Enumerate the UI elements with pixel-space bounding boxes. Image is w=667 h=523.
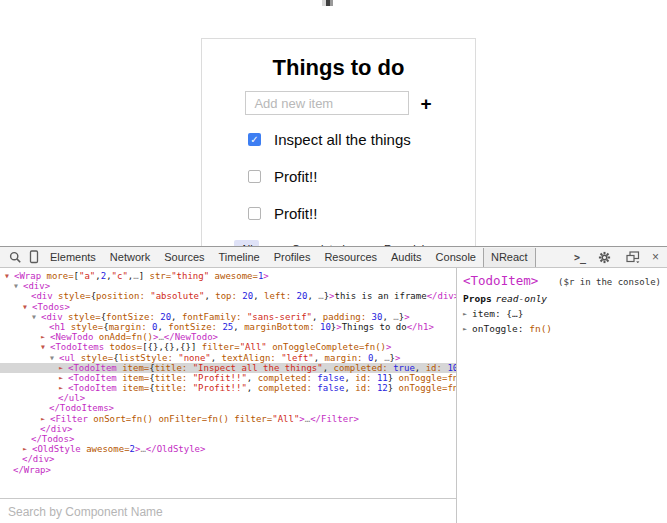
code-segment: </Wrap> [13, 465, 51, 475]
code-segment: [{},{},{}] [142, 342, 196, 352]
code-segment: , [247, 373, 258, 383]
code-segment: , [157, 322, 168, 332]
collapse-arrow-icon[interactable]: ▼ [22, 302, 32, 312]
tree-row[interactable]: ►<NewTodo onAdd=fn()>…</NewTodo> [0, 332, 456, 342]
code-segment: </div> [40, 424, 73, 434]
undock-icon[interactable] [626, 251, 640, 263]
expand-arrow-icon[interactable]: ► [58, 363, 68, 373]
prop-row-item[interactable]: ►item: {…} [463, 308, 661, 319]
tree-row[interactable]: </div> [0, 454, 456, 464]
tree-row[interactable]: ►<Filter onSort=fn() onFilter=fn() filte… [0, 414, 456, 424]
settings-gear-icon[interactable] [598, 251, 611, 264]
code-segment: <OldStyle [32, 444, 81, 454]
tab-audits[interactable]: Audits [384, 248, 429, 267]
new-item-input[interactable] [245, 91, 409, 115]
tab-strip: ElementsNetworkSourcesTimelineProfilesRe… [43, 248, 536, 267]
add-item-row: + [202, 91, 475, 115]
code-segment: > [404, 312, 409, 322]
expand-arrow-icon[interactable]: ► [40, 414, 50, 424]
code-segment: "thing" [171, 271, 209, 281]
devtools-main: ▼<Wrap more=["a",2,"c",…] str="thing" aw… [0, 268, 667, 523]
device-mode-icon[interactable] [28, 250, 40, 264]
tree-row[interactable]: </ul> [0, 393, 456, 403]
tab-network[interactable]: Network [103, 248, 157, 267]
prop-expand-arrow-icon[interactable]: ► [463, 325, 472, 333]
code-segment: false [317, 373, 344, 383]
tree-row[interactable]: </Todos> [0, 434, 456, 444]
checkbox-checked-icon[interactable]: ✓ [248, 133, 261, 146]
tree-row[interactable]: </TodoItems> [0, 403, 456, 413]
tree-row[interactable]: ▼<ul style={listStyle: "none", textAlign… [0, 353, 456, 363]
tree-row[interactable]: ▼<Todos> [0, 302, 456, 312]
selected-component-name: <TodoItem> [463, 273, 538, 288]
code-segment: </Todos> [31, 434, 74, 444]
tree-row[interactable]: ►<TodoItem item={title: "Profit!!", comp… [0, 373, 456, 383]
tree-row[interactable]: ▼<div style={fontSize: 20, fontFamily: "… [0, 312, 456, 322]
tree-row[interactable]: ▼<div> [0, 281, 456, 291]
code-segment: </Filter> [310, 414, 359, 424]
code-segment: , [171, 312, 182, 322]
code-segment: "left" [281, 353, 314, 363]
tree-row[interactable]: ▼<Wrap more=["a",2,"c",…] str="thing" aw… [0, 271, 456, 281]
code-segment: title: [155, 373, 193, 383]
close-icon[interactable]: × [652, 251, 659, 263]
props-section-title: Propsread-only [463, 293, 661, 304]
todo-label[interactable]: Profit!! [274, 168, 317, 185]
code-segment: , [247, 383, 258, 393]
code-segment: fn() [207, 414, 229, 424]
code-segment: position: [96, 291, 150, 301]
tree-row[interactable]: </div> [0, 424, 456, 434]
code-segment: id: [355, 383, 377, 393]
collapse-arrow-icon[interactable]: ▼ [40, 342, 50, 352]
tree-row[interactable]: </Wrap> [0, 465, 456, 475]
collapse-arrow-icon[interactable]: ▼ [13, 281, 23, 291]
code-segment: completed: [258, 383, 318, 393]
code-segment: > [386, 342, 391, 352]
code-segment: filter= [229, 414, 272, 424]
code-segment: str= [144, 271, 171, 281]
code-segment: , [307, 291, 318, 301]
tab-nreact[interactable]: NReact [483, 248, 536, 267]
code-segment: false [317, 383, 344, 393]
tab-sources[interactable]: Sources [157, 248, 211, 267]
tree-row[interactable]: <div style={position: "absolute", top: 2… [0, 291, 456, 301]
code-segment: id: [355, 373, 377, 383]
code-segment: marginBottom: [244, 322, 320, 332]
tab-timeline[interactable]: Timeline [212, 248, 267, 267]
todo-label[interactable]: Profit!! [274, 205, 317, 222]
inspect-element-icon[interactable] [9, 251, 22, 264]
code-segment: top: [215, 291, 242, 301]
code-segment: padding: [323, 312, 372, 322]
tab-elements[interactable]: Elements [43, 248, 103, 267]
console-drawer-icon[interactable]: >_ [574, 252, 586, 263]
tab-resources[interactable]: Resources [317, 248, 384, 267]
collapse-arrow-icon[interactable]: ▼ [4, 271, 14, 281]
checkbox-unchecked-icon[interactable] [248, 207, 261, 220]
code-segment: margin: [109, 322, 152, 332]
code-segment: , [204, 291, 215, 301]
page-top-artifact [322, 0, 333, 6]
tree-row[interactable]: ▼<TodoItems todos=[{},{},{}] filter="All… [0, 342, 456, 352]
expand-arrow-icon[interactable]: ► [58, 383, 68, 393]
code-segment: "Profit!!" [193, 373, 247, 383]
tree-row[interactable]: ►<TodoItem item={title: "Profit!!", comp… [0, 383, 456, 393]
tree-row[interactable]: ►<OldStyle awesome=2>…</OldStyle> [0, 444, 456, 454]
tab-profiles[interactable]: Profiles [267, 248, 318, 267]
component-search-input[interactable] [0, 505, 456, 519]
add-item-button[interactable]: + [420, 94, 431, 113]
expand-arrow-icon[interactable]: ► [58, 373, 68, 383]
expand-arrow-icon[interactable]: ► [40, 332, 50, 342]
expand-arrow-icon[interactable]: ► [22, 444, 32, 454]
code-segment: <TodoItems [50, 342, 104, 352]
tree-row[interactable]: <h1 style={margin: 0, fontSize: 25, marg… [0, 322, 456, 332]
todo-label[interactable]: Inspect all the things [274, 131, 411, 148]
collapse-arrow-icon[interactable]: ▼ [31, 312, 41, 322]
collapse-arrow-icon[interactable]: ▼ [49, 353, 59, 363]
tree-row[interactable]: ►<TodoItem item={title: "Inspect all the… [0, 363, 456, 373]
prop-row-item[interactable]: ►onToggle: fn() [463, 323, 661, 334]
code-segment: 30 [372, 312, 383, 322]
prop-value: fn() [529, 323, 552, 334]
checkbox-unchecked-icon[interactable] [248, 170, 261, 183]
prop-expand-arrow-icon[interactable]: ► [463, 310, 472, 318]
tab-console[interactable]: Console [429, 248, 483, 267]
